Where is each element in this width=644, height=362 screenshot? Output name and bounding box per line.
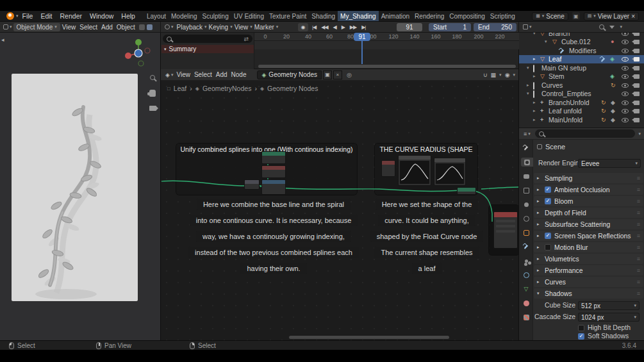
tab-modeling[interactable]: Modeling [169, 11, 200, 21]
render-visibility-icon[interactable] [634, 49, 640, 53]
outliner-row-main-gn-setup[interactable]: ▾ Main GN setup [519, 64, 644, 72]
render-engine-dropdown[interactable]: Eevee ▾ [578, 159, 641, 168]
editor-type-node-icon[interactable]: ◈▾ [164, 72, 174, 78]
summary-channel[interactable]: ▾ Summary [161, 45, 254, 53]
outliner-row-leaf[interactable]: ▸ ▽ Leaf ◈ [519, 55, 644, 63]
panel-sampling[interactable]: ▸ Sampling ≡ [534, 173, 643, 183]
animation-icon[interactable]: ↻ [611, 82, 616, 88]
zoom-tool-icon[interactable] [147, 72, 158, 83]
tab-modifier-properties[interactable] [521, 242, 531, 251]
node-small[interactable] [381, 160, 395, 177]
3d-viewport[interactable]: ◂ [0, 33, 161, 340]
hide-eye-icon[interactable] [622, 92, 629, 96]
material-icon[interactable]: ● [611, 38, 614, 45]
swap-icon[interactable]: ⇄ [244, 36, 249, 42]
tab-output-properties[interactable] [521, 172, 531, 181]
tab-rendering[interactable]: Rendering [412, 11, 447, 21]
snapping-icon[interactable] [147, 24, 153, 30]
render-visibility-icon[interactable] [634, 83, 640, 88]
panel-curves[interactable]: ▸ Curves ≡ [534, 277, 643, 287]
panel-motion-blur[interactable]: ▸ Motion Blur ≡ [534, 242, 643, 252]
note-line[interactable]: into one continous curve. It is necessar… [190, 215, 358, 226]
outliner-row-leaf-unfold[interactable]: ▸ + Leaf unfold ↻ ◆ [519, 107, 644, 115]
motion-blur-checkbox[interactable] [545, 244, 551, 251]
menu-view[interactable]: View [60, 24, 78, 31]
view-layer-selector[interactable]: ▤ ▾ View Layer × [584, 12, 639, 21]
tab-tool[interactable] [521, 144, 531, 152]
outliner-row-modifiers[interactable]: Modifiers [519, 47, 644, 55]
hide-eye-icon[interactable] [622, 109, 629, 113]
playhead-line[interactable] [361, 41, 363, 64]
properties-search-input[interactable] [535, 129, 636, 138]
keyframe-icon[interactable]: ◆ [611, 99, 615, 106]
tab-shading[interactable]: Shading [309, 11, 338, 21]
soft-shadows-checkbox[interactable] [578, 333, 584, 340]
camera-view-icon[interactable] [147, 103, 158, 113]
tab-compositing[interactable]: Compositing [447, 11, 488, 21]
menu-playback[interactable]: Playback [175, 24, 205, 31]
render-visibility-icon[interactable] [634, 57, 640, 62]
panel-screen-space-reflections[interactable]: ▸ Screen Space Reflections ≡ [534, 231, 643, 241]
grid-icon[interactable]: ▦ [491, 72, 497, 78]
tab-layout[interactable]: Layout [144, 11, 169, 21]
note-line[interactable]: Here we combine the base line and the sp… [197, 199, 351, 210]
auto-key-button[interactable]: ◉ [298, 23, 308, 31]
high-bit-depth-checkbox[interactable] [578, 325, 584, 331]
hide-eye-icon[interactable] [622, 57, 629, 62]
menu-window[interactable]: Window [86, 12, 117, 20]
filter-icon[interactable] [609, 26, 615, 29]
modifier-wrench-icon[interactable] [600, 56, 606, 64]
tab-texture-paint[interactable]: Texture Paint [267, 11, 309, 21]
menu-help[interactable]: Help [117, 12, 139, 20]
cascade-size-dropdown[interactable]: 1024 px▾ [578, 313, 640, 322]
tab-object-data-properties[interactable]: ▽ [521, 284, 531, 293]
render-visibility-icon[interactable] [634, 40, 640, 44]
action-icon[interactable]: ↻ [601, 117, 606, 123]
panel-subsurface-scattering[interactable]: ▸ Subsurface Scattering ≡ [534, 219, 643, 229]
node-partial[interactable] [493, 211, 518, 249]
note-line[interactable]: having their own. [240, 263, 306, 274]
tab-material-properties[interactable] [521, 299, 531, 308]
remove-view-layer-icon[interactable]: × [631, 13, 635, 20]
prev-keyframe-button[interactable]: ◀◀ [320, 24, 329, 30]
navigation-gizmo[interactable] [122, 36, 154, 68]
jump-to-start-button[interactable]: |◀ [311, 24, 317, 30]
panel-ambient-occlusion[interactable]: ▸ Ambient Occlusion ≡ [534, 185, 643, 195]
node-small[interactable] [261, 151, 286, 164]
breadcrumb-modifier[interactable]: GeometryNodes [202, 85, 251, 92]
note-line[interactable]: The current shape resembles [374, 247, 479, 258]
outliner-row-curves[interactable]: ▸ Curves ↻ [519, 81, 644, 90]
action-icon[interactable]: ↻ [601, 99, 606, 106]
transform-orientation-icon[interactable] [139, 24, 145, 30]
panel-bloom[interactable]: ▸ Bloom ≡ [534, 196, 643, 206]
menu-select[interactable]: Select [78, 24, 99, 31]
blender-logo-icon[interactable] [6, 12, 14, 20]
hide-eye-icon[interactable] [622, 40, 629, 44]
render-visibility-icon[interactable] [634, 66, 640, 70]
breadcrumb-node-tree[interactable]: Geometry Nodes [267, 85, 318, 92]
menu-render[interactable]: Render [56, 12, 86, 20]
outliner-row-control-empties[interactable]: ▾ Control_Empties [519, 90, 644, 98]
node-small[interactable] [261, 179, 286, 195]
note-line[interactable]: way, we have a continously growing index… [196, 231, 351, 242]
next-keyframe-button[interactable]: ▶▶ [349, 24, 358, 30]
panel-volumetrics[interactable]: ▸ Volumetrics ≡ [534, 254, 643, 264]
hide-eye-icon[interactable] [622, 83, 629, 88]
hide-eye-icon[interactable] [622, 101, 629, 105]
cube-size-dropdown[interactable]: 512 px▾ [578, 301, 640, 310]
keyframe-icon[interactable]: ◆ [611, 117, 615, 123]
frame-end-field[interactable]: End 250 [474, 23, 516, 31]
pan-hand-icon[interactable] [147, 88, 158, 98]
tab-render-properties[interactable] [521, 158, 533, 167]
note-line[interactable]: a leaf [412, 263, 442, 274]
overlays-icon[interactable]: ◉ [505, 72, 510, 78]
node-small[interactable] [261, 165, 286, 178]
scene-selector[interactable]: ▦ ▾ Scene [532, 12, 568, 21]
menu-add[interactable]: Add [99, 24, 115, 31]
ambient-occlusion-checkbox[interactable] [545, 186, 551, 193]
tab-scripting[interactable]: Scripting [488, 11, 518, 21]
timeline-editor[interactable]: ⇄ ▾ Summary 0 20 40 60 80 100 120 140 16… [161, 33, 519, 69]
render-visibility-icon[interactable] [634, 118, 640, 122]
menu-view-timeline[interactable]: View [233, 24, 251, 31]
menu-view-node[interactable]: View [174, 71, 192, 78]
